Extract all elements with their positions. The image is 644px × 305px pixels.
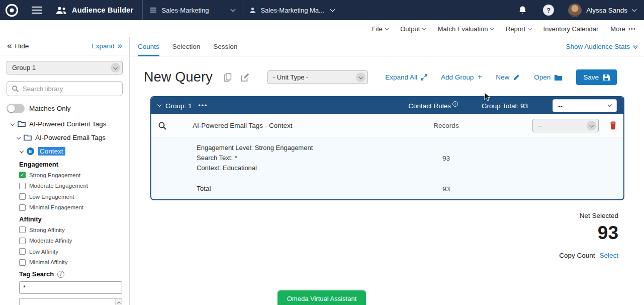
checkbox-strong-affinity[interactable]: Strong Affinity <box>0 224 129 236</box>
show-audience-stats-label: Show Audience Stats <box>566 43 630 50</box>
database-select[interactable]: Sales-Marketing <box>142 0 242 20</box>
checkbox-low-affinity[interactable]: Low Affinity <box>0 246 129 257</box>
matches-only-label: Matches Only <box>29 105 71 112</box>
criteria-line: Search Text: * <box>197 153 412 163</box>
checkbox-unchecked[interactable] <box>19 226 26 233</box>
matches-only-toggle[interactable] <box>7 104 25 113</box>
tree-node-content-tags[interactable]: AI-Powered Content Tags <box>0 117 129 131</box>
chevron-down-icon[interactable] <box>632 7 637 12</box>
checkbox-minimal-engagement[interactable]: Minimal Engagement <box>0 202 129 213</box>
info-letter: i <box>455 102 456 106</box>
menu-report[interactable]: Report <box>506 25 531 33</box>
user-avatar[interactable] <box>568 4 582 17</box>
expand-all-button[interactable]: Expand All <box>385 73 427 81</box>
checkbox-strong-engagement[interactable]: ✓ Strong Engagement <box>0 170 129 181</box>
open-label: Open <box>534 73 550 81</box>
query-group-panel: Group: 1 ••• Contact Rules i Group Total… <box>150 96 624 200</box>
group-menu-icon[interactable]: ••• <box>199 102 208 109</box>
checkbox-community-building[interactable]: Community Building <box>23 303 112 305</box>
hamburger-menu-icon[interactable] <box>32 7 42 14</box>
save-button[interactable]: Save <box>576 69 617 85</box>
tab-counts[interactable]: Counts <box>138 37 159 56</box>
audience-select[interactable]: Sales-Marketing Ma... <box>242 0 341 20</box>
tab-selection[interactable]: Selection <box>172 37 201 56</box>
info-icon[interactable]: i <box>57 271 64 278</box>
tree-node-email-tags[interactable]: AI-Powered Email Tags <box>0 131 129 144</box>
group-select[interactable]: Group 1 <box>7 61 123 74</box>
checkbox-moderate-affinity[interactable]: Moderate Affinity <box>0 236 129 247</box>
group-logic-select[interactable]: -- <box>553 99 617 112</box>
chevron-down-icon[interactable] <box>11 121 15 125</box>
checkbox-unchecked[interactable] <box>19 238 26 244</box>
checkbox-unchecked[interactable] <box>19 204 26 211</box>
checkbox-minimal-affinity[interactable]: Minimal Affinity <box>0 257 129 268</box>
edit-icon[interactable] <box>241 73 249 82</box>
expand-sidebar-button[interactable]: Expand » <box>91 42 122 50</box>
menu-file[interactable]: File <box>372 25 388 33</box>
save-disk-icon <box>603 74 610 81</box>
checkbox-label: Strong Affinity <box>29 227 65 233</box>
scrollbar[interactable] <box>115 299 122 305</box>
delete-criteria-icon[interactable] <box>599 121 617 130</box>
email-tag-badge-icon: E <box>27 147 34 155</box>
checkbox-label: Minimal Affinity <box>29 259 67 265</box>
tab-session[interactable]: Session <box>213 37 237 56</box>
copy-count-select-link[interactable]: Select <box>599 252 618 259</box>
tag-results-list: Community Building <box>19 298 122 305</box>
checkbox-unchecked[interactable] <box>19 193 26 200</box>
search-icon[interactable] <box>158 121 167 130</box>
tree-node-context[interactable]: E Context <box>0 144 129 158</box>
criteria-lines: Engagement Level: Strong Engagement Sear… <box>197 143 412 173</box>
info-icon: i <box>452 101 458 107</box>
criteria-line: Context: Educational <box>197 163 412 173</box>
virtual-assistant-button[interactable]: Omeda Virtual Assistant <box>278 290 366 305</box>
tree-node-label: AI-Powered Email Tags <box>35 134 106 141</box>
chevron-down-icon[interactable] <box>20 148 24 152</box>
checkbox-unchecked[interactable] <box>19 259 26 266</box>
library-search-box[interactable] <box>7 81 123 96</box>
menu-inventory-calendar[interactable]: Inventory Calendar <box>543 25 599 33</box>
app-title-group: Audience Builder <box>56 6 133 15</box>
help-icon[interactable]: ? <box>543 5 554 16</box>
engagement-heading: Engagement <box>19 161 129 168</box>
search-icon <box>12 85 19 93</box>
menu-bar: File Output Match Evaluation Report Inve… <box>0 20 644 37</box>
menu-more[interactable]: More••• <box>610 25 636 33</box>
chevron-down-icon <box>385 26 389 30</box>
tree-node-label: AI-Powered Content Tags <box>29 120 107 128</box>
chevron-down-icon <box>608 103 612 107</box>
checkbox-label: Moderate Engagement <box>29 183 88 189</box>
contact-rules-link[interactable]: Contact Rules i <box>408 102 458 110</box>
folder-icon <box>18 121 26 127</box>
open-query-button[interactable]: Open <box>534 73 563 81</box>
unit-type-value: - Unit Type - <box>273 73 309 81</box>
list-icon <box>150 7 157 13</box>
notifications-bell-icon[interactable] <box>518 6 527 15</box>
row-logic-select[interactable]: -- <box>532 119 599 132</box>
add-group-button[interactable]: Add Group + <box>441 73 482 82</box>
menu-inventory-calendar-label: Inventory Calendar <box>543 25 599 33</box>
show-audience-stats-link[interactable]: Show Audience Stats <box>566 43 637 50</box>
menu-match-evaluation[interactable]: Match Evaluation <box>438 25 494 33</box>
omeda-logo-icon[interactable] <box>5 4 19 17</box>
menu-file-label: File <box>372 25 383 33</box>
scroll-up-icon[interactable] <box>117 301 120 305</box>
copy-icon[interactable] <box>224 73 232 82</box>
chevron-down-icon[interactable] <box>17 135 21 139</box>
checkbox-unchecked[interactable] <box>19 183 26 189</box>
checkbox-checked[interactable]: ✓ <box>19 172 26 178</box>
collapse-group-icon[interactable] <box>157 103 161 107</box>
checkbox-low-engagement[interactable]: Low Engagement <box>0 191 129 202</box>
search-input[interactable] <box>23 85 118 93</box>
tag-search-input[interactable] <box>19 281 122 294</box>
new-query-button[interactable]: New <box>496 73 520 81</box>
checkbox-unchecked[interactable] <box>19 248 26 255</box>
menu-output[interactable]: Output <box>400 25 426 33</box>
copy-count-row: Copy Count Select <box>130 252 618 259</box>
unit-type-select[interactable]: - Unit Type - <box>267 70 368 84</box>
checkbox-moderate-engagement[interactable]: Moderate Engagement <box>0 181 129 192</box>
hide-sidebar-button[interactable]: « Hide <box>7 42 29 50</box>
chevron-down-icon <box>356 72 365 82</box>
user-name[interactable]: Alyssa Sands <box>586 7 627 14</box>
folder-open-icon <box>554 74 563 81</box>
